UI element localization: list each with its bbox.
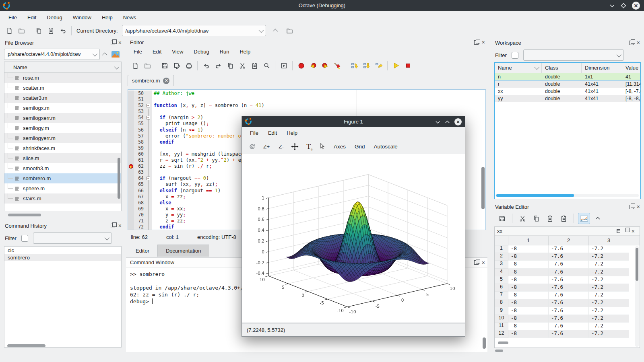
save-icon[interactable] xyxy=(496,213,508,224)
editor-menu-edit[interactable]: Edit xyxy=(147,47,167,56)
variable-row[interactable]: 9-8-7.6-7.2 xyxy=(495,307,640,315)
paste-icon[interactable] xyxy=(45,25,57,36)
open-file-icon[interactable] xyxy=(141,60,153,71)
float-panel-icon[interactable] xyxy=(474,260,479,265)
undo-icon[interactable] xyxy=(57,25,69,36)
fit-icon[interactable] xyxy=(616,229,621,233)
plot-variable-icon[interactable] xyxy=(578,213,590,224)
editor-menu-debug[interactable]: Debug xyxy=(188,47,214,56)
file-row-sphere.m[interactable]: sphere.m xyxy=(4,183,121,193)
select-cursor-icon[interactable] xyxy=(316,141,328,152)
figure-window[interactable]: Figure 1 ✕ FileEditHelp Z+Z-T+AxesGridAu… xyxy=(242,116,465,337)
variable-table-vscrollbar[interactable] xyxy=(636,248,638,281)
menu-window[interactable]: Window xyxy=(68,13,97,22)
variable-row[interactable]: 8-8-7.6-7.2 xyxy=(495,299,640,307)
workspace-column-dimension[interactable]: Dimension xyxy=(582,63,622,73)
file-row-scatter3.m[interactable]: scatter3.m xyxy=(4,93,121,103)
redo-icon[interactable] xyxy=(212,60,224,71)
history-item[interactable]: clc xyxy=(4,247,121,254)
copy-icon[interactable] xyxy=(224,60,236,71)
figure-tool-grid[interactable]: Grid xyxy=(351,142,369,152)
file-list-hscrollbar[interactable] xyxy=(8,214,41,216)
paste-table-icon[interactable] xyxy=(557,213,570,224)
workspace-row-r[interactable]: rdouble 41x41[11.314 xyxy=(495,80,640,88)
breakpoint-next-icon[interactable] xyxy=(319,60,331,71)
workspace-column-value[interactable]: Value xyxy=(622,63,640,73)
directory-up-icon[interactable] xyxy=(271,25,281,36)
workspace-row-xx[interactable]: xxdouble 41x41[-8, -7.6 xyxy=(495,88,640,95)
editor-vscrollbar[interactable] xyxy=(481,167,485,209)
menu-debug[interactable]: Debug xyxy=(41,13,67,22)
figure-menu-file[interactable]: File xyxy=(245,128,263,138)
step-in-icon[interactable] xyxy=(361,60,373,71)
collapse-up-icon[interactable] xyxy=(592,213,604,224)
figure-menu-help[interactable]: Help xyxy=(282,128,302,138)
variable-row[interactable]: 10-8-7.6-7.2 xyxy=(495,315,640,323)
file-row-scatter.m[interactable]: scatter.m xyxy=(4,83,121,93)
menu-news[interactable]: News xyxy=(118,13,142,22)
code-line[interactable]: 52 −function [x, y, z] = sombrero (n = 4… xyxy=(128,103,485,109)
breakpoint-marker-icon[interactable] xyxy=(129,164,133,169)
figure-tool-axes[interactable]: Axes xyxy=(330,142,349,152)
variable-row[interactable]: 12-8-7.6-7.2 xyxy=(495,330,640,338)
variable-row[interactable]: 7-8-7.6-7.2 xyxy=(495,292,640,299)
float-panel-icon[interactable] xyxy=(629,205,634,209)
editor-menu-file[interactable]: File xyxy=(128,47,147,56)
code-line[interactable]: 51 xyxy=(128,97,485,103)
float-panel-icon[interactable] xyxy=(624,229,628,233)
float-panel-icon[interactable] xyxy=(474,40,479,45)
stop-icon[interactable] xyxy=(402,60,414,71)
editor-menu-run[interactable]: Run xyxy=(215,47,235,56)
copy-icon[interactable] xyxy=(530,213,542,224)
command-window-vscrollbar[interactable] xyxy=(483,337,486,349)
close-tab-icon[interactable]: ✕ xyxy=(163,78,169,84)
file-browser-path-combo[interactable]: p/share/octave/4.4.0/m/plot/draw xyxy=(4,49,100,60)
save-icon[interactable] xyxy=(159,60,171,71)
breakpoint-toggle-icon[interactable] xyxy=(295,60,307,71)
close-panel-icon[interactable]: × xyxy=(482,39,485,45)
variable-row[interactable]: 2-8-7.6-7.2 xyxy=(495,253,640,261)
close-icon[interactable]: ✕ xyxy=(632,2,640,10)
undo-icon[interactable] xyxy=(200,60,212,71)
variable-row[interactable]: 6-8-7.6-7.2 xyxy=(495,284,640,292)
menu-edit[interactable]: Edit xyxy=(22,13,41,22)
variable-column-1[interactable]: 1 xyxy=(508,236,549,245)
file-row-shrinkfaces.m[interactable]: shrinkfaces.m xyxy=(4,143,121,153)
duplicate-icon[interactable] xyxy=(33,25,45,36)
fold-marker-icon[interactable]: − xyxy=(147,116,150,119)
close-panel-icon[interactable]: × xyxy=(637,204,640,210)
figure-tool-z+[interactable]: Z+ xyxy=(260,142,273,152)
step-over-icon[interactable] xyxy=(349,60,361,71)
history-item[interactable]: sombrero xyxy=(4,254,121,261)
figure-tool-z-[interactable]: Z- xyxy=(275,142,287,152)
current-directory-combo[interactable]: /app/share/octave/4.4.0/m/plot/draw xyxy=(122,25,266,36)
fold-marker-icon[interactable]: − xyxy=(147,104,150,107)
file-row-semilogy.m[interactable]: semilogy.m xyxy=(4,123,121,133)
titlebar[interactable]: Octave (Debugging) ✕ xyxy=(0,0,644,11)
step-out-icon[interactable] xyxy=(373,60,385,71)
variable-row[interactable]: 5-8-7.6-7.2 xyxy=(495,276,640,284)
code-line[interactable]: 53 xyxy=(128,109,485,115)
close-icon[interactable]: ✕ xyxy=(454,118,462,125)
file-row-semilogxerr.m[interactable]: semilogxerr.m xyxy=(4,113,121,123)
workspace-row-yy[interactable]: yydouble 41x41[-8, -8, - xyxy=(495,95,640,102)
pan-icon[interactable] xyxy=(289,141,301,152)
figure-tool-autoscale[interactable]: Autoscale xyxy=(370,142,401,152)
figure-titlebar[interactable]: Figure 1 ✕ xyxy=(242,116,465,127)
code-line[interactable]: 50 ## Author: jwe xyxy=(128,90,485,97)
print-icon[interactable] xyxy=(183,60,195,71)
close-panel-icon[interactable]: × xyxy=(118,39,122,46)
variable-column-2[interactable]: 2 xyxy=(549,236,589,245)
breakpoint-prev-icon[interactable] xyxy=(307,60,319,71)
file-row-rose.m[interactable]: rose.m xyxy=(4,73,121,83)
browse-directory-icon[interactable] xyxy=(284,25,296,36)
continue-icon[interactable] xyxy=(390,60,402,71)
figure-menu-edit[interactable]: Edit xyxy=(263,128,282,138)
file-row-smooth3.m[interactable]: smooth3.m xyxy=(4,163,121,173)
workspace-column-name[interactable]: Name xyxy=(495,63,542,73)
breakpoints-clear-icon[interactable] xyxy=(331,60,343,71)
close-panel-icon[interactable]: × xyxy=(118,222,122,229)
figure-plot-canvas[interactable] xyxy=(242,154,465,322)
float-panel-icon[interactable] xyxy=(111,41,115,45)
file-row-slice.m[interactable]: slice.m xyxy=(4,153,121,163)
